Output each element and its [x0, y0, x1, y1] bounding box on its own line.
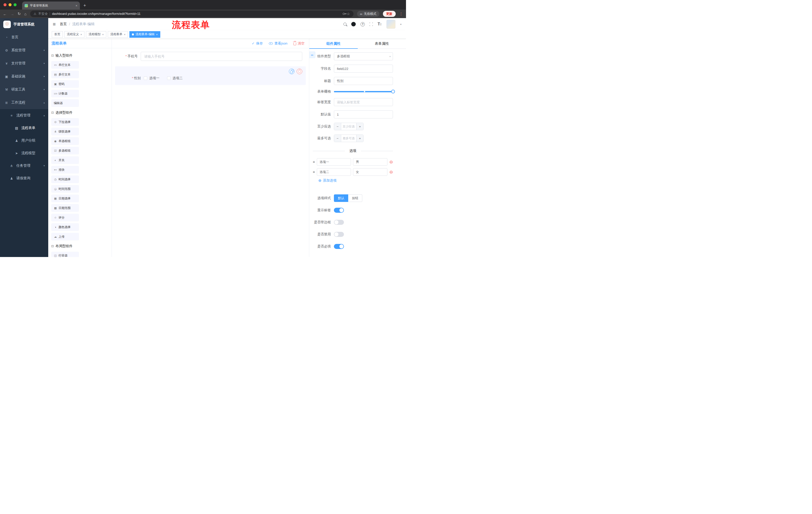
breadcrumb-home[interactable]: 首页 [60, 22, 67, 26]
minimize-window-button[interactable] [8, 3, 11, 6]
address-bar[interactable]: ⚠ 不安全 dashboard.yudao.iocoder.cn/bpm/man… [30, 10, 353, 17]
palette-item-date-range[interactable]: ▩ 日期范围 [51, 204, 79, 212]
phone-field-row[interactable]: *手机号 [115, 52, 306, 61]
remove-option-icon[interactable]: ⊖ [389, 160, 393, 164]
sidebar-item-process-form[interactable]: ▤ 流程表单 [0, 122, 48, 134]
palette-item-editor[interactable]: 编辑器 [51, 99, 79, 107]
palette-item-rate[interactable]: ☆ 评分 [51, 214, 79, 221]
close-icon[interactable]: × [80, 33, 82, 36]
gender-field-selected-widget[interactable]: *性别 选项一 选项二 [115, 66, 306, 85]
min-select-value[interactable]: 至少应选 [341, 123, 356, 130]
option2-label-input[interactable] [317, 168, 351, 176]
zoom-window-button[interactable] [13, 3, 17, 6]
palette-item-switch[interactable]: ◐ 开关 [51, 156, 79, 164]
help-icon[interactable]: ? [360, 22, 365, 26]
clear-button[interactable]: 清空 [293, 41, 304, 46]
update-button[interactable]: 更新 [383, 11, 396, 17]
tag-process-definition[interactable]: 流程定义 × [64, 31, 84, 38]
copy-widget-button[interactable] [289, 69, 294, 74]
palette-item-color-picker[interactable]: ◑ 颜色选择 [51, 223, 79, 231]
sidebar-item-system-management[interactable]: ⚙ 系统管理 ▾ [0, 44, 48, 57]
add-option-button[interactable]: ⊕ 添加选项 [318, 178, 393, 183]
tag-process-form[interactable]: 流程表单 × [108, 31, 128, 38]
sidebar-item-infrastructure[interactable]: ▣ 基础设施 ▾ [0, 70, 48, 83]
reload-icon[interactable]: ↻ [18, 11, 21, 16]
increase-button[interactable]: + [356, 135, 363, 142]
sidebar-item-user-groups[interactable]: ♟ 用户分组 [0, 134, 48, 147]
slider-handle[interactable] [391, 90, 395, 93]
github-icon[interactable] [351, 22, 356, 26]
drag-handle-icon[interactable]: ≡ [313, 160, 315, 164]
option1-value-input[interactable] [353, 158, 387, 166]
close-icon[interactable]: × [124, 33, 125, 36]
style-default-button[interactable]: 默认 [334, 194, 348, 202]
bookmark-star-icon[interactable]: ☆ [347, 12, 350, 16]
phone-input[interactable] [141, 52, 302, 61]
palette-item-time-picker[interactable]: ◷ 时间选择 [51, 175, 79, 183]
tab-component-props[interactable]: 组件属性 [309, 39, 358, 49]
palette-item-date-picker[interactable]: ▦ 日期选择 [51, 195, 79, 202]
chevron-down-icon[interactable]: ▾ [400, 23, 402, 26]
sidebar-item-payment-management[interactable]: ¥ 支付管理 ▾ [0, 57, 48, 70]
search-icon[interactable] [343, 23, 346, 26]
sidebar-item-task-management[interactable]: ⋔ 任务管理 ▾ [0, 159, 48, 172]
password-key-icon[interactable] [343, 13, 345, 15]
font-size-icon[interactable]: TT [378, 22, 382, 26]
close-icon[interactable]: × [102, 33, 104, 36]
palette-item-row-container[interactable]: ◫ 行容器 [51, 252, 79, 257]
label-width-input[interactable] [334, 98, 393, 106]
border-switch[interactable] [334, 220, 344, 225]
palette-item-cascader[interactable]: ⋔ 级联选择 [51, 128, 79, 135]
browser-menu-icon[interactable]: ⋮ [399, 11, 403, 16]
option2-value-input[interactable] [353, 168, 387, 176]
show-label-switch[interactable] [334, 208, 344, 213]
palette-item-multi-line-text[interactable]: ▤ 多行文本 [51, 71, 79, 78]
close-window-button[interactable] [3, 3, 6, 6]
user-avatar[interactable] [386, 20, 396, 29]
palette-item-single-line-text[interactable]: ▭ 单行文本 [51, 61, 79, 69]
drag-handle-icon[interactable]: ≡ [313, 170, 315, 174]
palette-item-upload[interactable]: ☁ 上传 [51, 233, 79, 240]
field-name-input[interactable] [334, 64, 393, 73]
palette-item-select[interactable]: ⊙ 下拉选择 [51, 118, 79, 126]
sidebar-item-workflow[interactable]: ≣ 工作流程 ▴ [0, 96, 48, 109]
required-switch[interactable] [334, 244, 344, 249]
app-logo[interactable]: 芋道管理系统 [0, 18, 48, 31]
decrease-button[interactable]: − [334, 135, 341, 142]
palette-item-slider[interactable]: ⊷ 滑块 [51, 166, 79, 173]
tag-process-model[interactable]: 流程模型 × [86, 31, 106, 38]
tab-form-props[interactable]: 表单属性 [358, 39, 406, 49]
decrease-button[interactable]: − [334, 123, 341, 130]
browser-home-icon[interactable]: ⌂ [24, 12, 27, 16]
sidebar-item-dev-tools[interactable]: ⚒ 研发工具 ▾ [0, 83, 48, 96]
default-value-input[interactable] [334, 110, 393, 118]
palette-item-password[interactable]: ▣ 密码 [51, 80, 79, 88]
fullscreen-icon[interactable] [370, 23, 373, 26]
back-icon[interactable]: ← [3, 12, 7, 16]
link-icon[interactable]: ∞ [309, 52, 315, 58]
close-icon[interactable]: × [156, 33, 157, 36]
hamburger-icon[interactable]: ≡ [53, 21, 56, 27]
palette-item-counter[interactable]: 123 计数器 [51, 90, 79, 97]
browser-tab[interactable]: 芋道管理系统 × [22, 1, 80, 9]
remove-option-icon[interactable]: ⊖ [389, 170, 393, 174]
max-select-value[interactable]: 最多可选 [341, 135, 356, 142]
gender-option1-checkbox[interactable]: 选项一 [144, 76, 160, 80]
tag-process-form-edit[interactable]: 流程表单-编辑 × [129, 31, 160, 38]
delete-widget-button[interactable] [297, 69, 302, 74]
grid-slider[interactable] [334, 91, 393, 92]
palette-item-radio-group[interactable]: ◉ 单选框组 [51, 137, 79, 145]
title-input[interactable] [334, 77, 393, 85]
increase-button[interactable]: + [356, 123, 363, 130]
new-tab-button[interactable]: + [83, 3, 86, 8]
style-button-button[interactable]: 按钮 [348, 194, 362, 202]
disabled-switch[interactable] [334, 232, 344, 237]
component-type-select[interactable]: 多选框组 ▾ [334, 52, 393, 60]
save-button[interactable]: ✓ 保存 [252, 41, 263, 46]
tag-home[interactable]: 首页 [52, 31, 63, 38]
sidebar-item-process-management[interactable]: ≡ 流程管理 ▴ [0, 109, 48, 122]
sidebar-item-leave-query[interactable]: ♟ 请假查询 [0, 172, 48, 185]
close-tab-icon[interactable]: × [76, 4, 77, 7]
forward-icon[interactable]: → [10, 12, 14, 16]
gender-option2-checkbox[interactable]: 选项二 [167, 76, 183, 80]
